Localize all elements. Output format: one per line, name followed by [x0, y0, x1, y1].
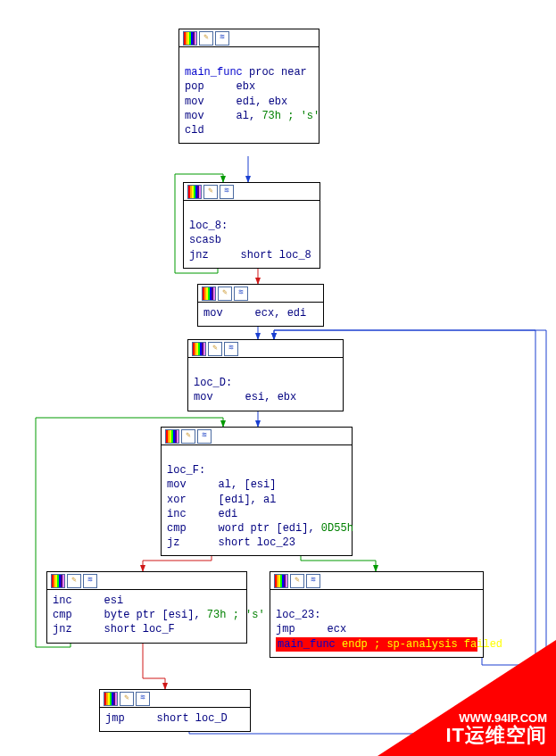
color-mode-icon[interactable]: [104, 692, 118, 706]
node-jmp-loc-d[interactable]: ✎ ≋ jmp short loc_D: [99, 689, 251, 732]
color-mode-icon[interactable]: [274, 574, 288, 588]
node-loc-d[interactable]: ✎ ≋ loc_D:mov esi, ebx: [187, 339, 344, 411]
graph-icon[interactable]: ≋: [83, 574, 97, 588]
code-line: [276, 594, 477, 608]
edit-icon[interactable]: ✎: [67, 574, 81, 588]
code-line: jmp ecx: [276, 622, 477, 636]
graph-icon[interactable]: ≋: [197, 429, 212, 444]
graph-icon[interactable]: ≋: [224, 342, 238, 356]
code-line: mov ecx, edi: [203, 306, 318, 320]
watermark-brand: IT运维空间: [445, 722, 547, 749]
node-header: ✎ ≋: [162, 428, 352, 445]
node-loc-f[interactable]: ✎ ≋ loc_F:mov al, [esi]xor [edi], alinc …: [161, 427, 353, 556]
color-mode-icon[interactable]: [192, 342, 206, 356]
code-line: [167, 449, 346, 463]
code-line: mov edi, ebx: [185, 95, 313, 109]
node-body: inc esicmp byte ptr [esi], 73h ; 's'jnz …: [47, 590, 246, 643]
color-mode-icon[interactable]: [187, 185, 202, 199]
node-body: jmp short loc_D: [100, 708, 250, 731]
node-inc-esi[interactable]: ✎ ≋ inc esicmp byte ptr [esi], 73h ; 's'…: [46, 571, 247, 644]
code-line: main_func proc near: [185, 65, 313, 79]
node-header: ✎ ≋: [184, 183, 319, 201]
color-mode-icon[interactable]: [202, 287, 216, 301]
code-line: cmp word ptr [edi], 0D55h: [167, 521, 346, 536]
code-line: jnz short loc_8: [189, 248, 314, 262]
graph-icon[interactable]: ≋: [220, 185, 234, 199]
code-line: loc_F:: [167, 463, 346, 478]
edit-icon[interactable]: ✎: [199, 31, 213, 46]
code-line: loc_D:: [194, 376, 337, 390]
node-main-func[interactable]: ✎ ≋ main_func proc nearpop ebxmov edi, e…: [178, 29, 319, 144]
graph-icon[interactable]: ≋: [215, 31, 229, 46]
code-line: [185, 51, 313, 65]
node-body: loc_8:scasbjnz short loc_8: [184, 201, 319, 268]
node-header: ✎ ≋: [100, 690, 250, 708]
edit-icon[interactable]: ✎: [203, 185, 218, 199]
node-loc-8[interactable]: ✎ ≋ loc_8:scasbjnz short loc_8: [183, 182, 320, 269]
color-mode-icon[interactable]: [183, 31, 197, 46]
edit-icon[interactable]: ✎: [208, 342, 222, 356]
color-mode-icon[interactable]: [165, 429, 179, 444]
node-header: ✎ ≋: [198, 285, 323, 303]
code-line: jz short loc_23: [167, 536, 346, 550]
node-body: loc_F:mov al, [esi]xor [edi], alinc edic…: [162, 445, 352, 555]
node-body: mov ecx, edi: [198, 303, 323, 326]
code-line: mov al, [esi]: [167, 478, 346, 492]
code-line: mov al, 73h ; 's': [185, 109, 313, 123]
node-header: ✎ ≋: [188, 340, 343, 358]
node-body: main_func proc nearpop ebxmov edi, ebxmo…: [179, 47, 319, 143]
code-line: jmp short loc_D: [105, 711, 245, 726]
node-header: ✎ ≋: [179, 29, 319, 47]
edit-icon[interactable]: ✎: [218, 287, 232, 301]
code-line: inc edi: [167, 507, 346, 521]
code-line: pop ebx: [185, 79, 313, 94]
code-line: cmp byte ptr [esi], 73h ; 's': [53, 608, 241, 622]
code-line: cld: [185, 123, 313, 137]
edit-icon[interactable]: ✎: [120, 692, 134, 706]
graph-icon[interactable]: ≋: [136, 692, 150, 706]
graph-icon[interactable]: ≋: [234, 287, 248, 301]
color-mode-icon[interactable]: [51, 574, 65, 588]
node-header: ✎ ≋: [47, 572, 246, 590]
edit-icon[interactable]: ✎: [181, 429, 195, 444]
edit-icon[interactable]: ✎: [290, 574, 304, 588]
code-line: loc_23:: [276, 608, 477, 622]
code-line: loc_8:: [189, 219, 314, 233]
node-mov-ecx[interactable]: ✎ ≋ mov ecx, edi: [197, 284, 324, 327]
node-header: ✎ ≋: [270, 572, 483, 590]
code-line: [189, 204, 314, 219]
code-line: inc esi: [53, 594, 241, 608]
graph-icon[interactable]: ≋: [306, 574, 320, 588]
graph-canvas[interactable]: ✎ ≋ main_func proc nearpop ebxmov edi, e…: [0, 0, 556, 756]
code-line: jnz short loc_F: [53, 622, 241, 636]
code-line: [194, 361, 337, 376]
node-body: loc_D:mov esi, ebx: [188, 358, 343, 411]
code-line: scasb: [189, 233, 314, 247]
code-line: xor [edi], al: [167, 493, 346, 507]
code-line: mov esi, ebx: [194, 390, 337, 404]
